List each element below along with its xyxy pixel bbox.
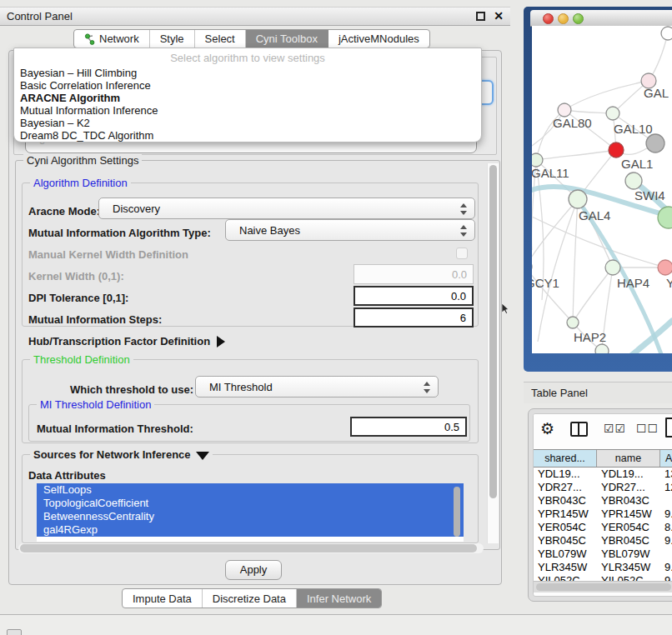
table-row[interactable]: YBL079WYBL079W	[534, 548, 672, 561]
gear-icon[interactable]: ⚙	[540, 419, 554, 438]
table-header-row: shared... name A	[534, 449, 672, 468]
scrollbar-thumb[interactable]	[536, 583, 671, 591]
algorithm-option[interactable]: Bayesian – K2	[14, 117, 481, 129]
node-label: GAL80	[553, 116, 592, 130]
mi-steps-field[interactable]: 6	[354, 308, 474, 328]
network-canvas[interactable]: GAL GAL80 GAL10 GAL1 GAL11 SWI4 GAL4 GCY…	[532, 26, 672, 353]
dpi-tolerance-field[interactable]: 0.0	[354, 286, 474, 306]
mi-threshold-field[interactable]: 0.5	[350, 417, 467, 437]
deselect-checkboxes-icon[interactable]: ☐☐	[636, 422, 659, 435]
manual-kernel-checkbox[interactable]	[456, 248, 468, 259]
mi-steps-label: Mutual Information Steps:	[28, 313, 162, 326]
node-gal10[interactable]	[606, 107, 619, 120]
table-panel-titlebar: Table Panel	[524, 382, 672, 403]
node-label: GAL4	[579, 208, 610, 222]
column-header-name[interactable]: name	[597, 450, 660, 467]
table-row[interactable]: YDR27...YDR27...12	[534, 481, 672, 494]
algorithm-definition-title: Algorithm Definition	[30, 177, 131, 189]
tab-jactivemnodules[interactable]: jActiveMNodules	[328, 30, 429, 48]
scrollbar-thumb[interactable]	[20, 544, 477, 552]
aracne-mode-label: Aracne Mode:	[28, 205, 100, 218]
sources-toggle[interactable]: Sources for Network Inference	[30, 448, 213, 461]
mi-type-label: Mutual Information Algorithm Type:	[28, 227, 211, 239]
table-row[interactable]: YBR043CYBR043C	[534, 494, 672, 508]
threshold-definition-title: Threshold Definition	[30, 353, 133, 366]
algorithm-option[interactable]: Dream8 DC_TDC Algorithm	[14, 129, 481, 142]
node[interactable]	[658, 207, 672, 228]
list-item[interactable]: SelfLoops	[37, 483, 464, 497]
mi-threshold-title: MI Threshold Definition	[37, 398, 154, 411]
node-gal4[interactable]	[569, 190, 587, 208]
algorithm-option-selected[interactable]: ARACNE Algorithm	[14, 92, 481, 104]
list-scrollbar-thumb[interactable]	[454, 487, 460, 537]
tab-impute-data[interactable]: Impute Data	[123, 589, 203, 608]
node[interactable]	[595, 344, 609, 353]
tab-select[interactable]: Select	[195, 30, 246, 48]
apply-button[interactable]: Apply	[225, 560, 282, 580]
control-panel-titlebar: Control Panel ✕	[0, 7, 510, 26]
tab-style[interactable]: Style	[150, 30, 195, 48]
mi-threshold-label: Mutual Information Threshold:	[37, 422, 193, 435]
table-panel-card: ⚙ ☑☑ ☐☐ shared... name A YDL19...YDL19..…	[533, 413, 672, 597]
algorithm-placeholder: Select algorithm to view settings	[14, 48, 481, 67]
list-item[interactable]: BetweennessCentrality	[37, 510, 464, 523]
table-row[interactable]: YER054CYER054C8.	[534, 521, 672, 534]
tab-discretize-data[interactable]: Discretize Data	[203, 589, 297, 608]
table-row[interactable]: YIL052CYIL052C9.	[534, 574, 672, 581]
hub-definition-toggle[interactable]: Hub/Transcription Factor Definition	[28, 335, 225, 348]
control-panel-title: Control Panel	[7, 10, 73, 22]
node-label: GCY1	[532, 276, 559, 290]
table-row[interactable]: YBR045CYBR045C9.	[534, 534, 672, 548]
aracne-mode-combo[interactable]: Discovery	[98, 198, 475, 219]
close-icon[interactable]: ✕	[494, 12, 504, 21]
table-row[interactable]: YLR345WYLR345W9.	[534, 561, 672, 574]
node-gal11[interactable]	[532, 153, 543, 167]
algorithm-option[interactable]: Basic Correlation Inference	[14, 79, 481, 92]
network-graph: GAL GAL80 GAL10 GAL1 GAL11 SWI4 GAL4 GCY…	[532, 26, 672, 353]
kernel-width-field[interactable]: 0.0	[354, 264, 474, 284]
minimize-traffic-light-icon[interactable]	[558, 13, 569, 24]
node-gal1[interactable]	[609, 142, 624, 158]
column-header-shared-name[interactable]: shared...	[534, 450, 597, 467]
zoom-traffic-light-icon[interactable]	[573, 13, 584, 24]
algorithm-option[interactable]: Bayesian – Hill Climbing	[14, 67, 481, 79]
tab-cyni-toolbox[interactable]: Cyni Toolbox	[246, 30, 328, 48]
list-item[interactable]: gal4RGexp	[37, 523, 464, 537]
cyni-settings-title: Cyni Algorithm Settings	[23, 154, 142, 167]
document-icon[interactable]	[665, 418, 672, 438]
mi-type-combo[interactable]: Naive Bayes	[225, 219, 475, 241]
which-threshold-combo[interactable]: MI Threshold	[195, 376, 439, 398]
settings-horizontal-scrollbar[interactable]	[18, 543, 484, 553]
chevron-updown-icon	[424, 381, 431, 394]
node-hap4[interactable]	[605, 260, 620, 275]
tab-infer-network[interactable]: Infer Network	[297, 589, 381, 608]
data-attributes-list: SelfLoops TopologicalCoefficient Between…	[37, 483, 464, 542]
node-label: SWI4	[634, 188, 665, 202]
float-panel-icon[interactable]	[476, 12, 485, 21]
table-row[interactable]: YDL19...YDL19...13	[534, 468, 672, 481]
node[interactable]	[646, 134, 664, 152]
mouse-cursor	[502, 303, 509, 314]
select-all-checkboxes-icon[interactable]: ☑☑	[604, 422, 626, 435]
columns-icon[interactable]	[570, 422, 588, 437]
close-traffic-light-icon[interactable]	[543, 13, 554, 24]
settings-vertical-scrollbar[interactable]	[487, 163, 499, 543]
column-header-clipped[interactable]: A	[660, 450, 672, 467]
scrollbar-thumb[interactable]	[489, 165, 497, 498]
node-swi4[interactable]	[625, 172, 642, 189]
list-item[interactable]: TopologicalCoefficient	[37, 497, 464, 510]
clipped-bottom-button[interactable]	[7, 629, 22, 635]
table-row[interactable]: YPR145WYPR145W9.	[534, 508, 672, 521]
tab-network[interactable]: Network	[74, 30, 150, 48]
dpi-tolerance-label: DPI Tolerance [0,1]:	[28, 292, 128, 304]
algorithm-option[interactable]: Mutual Information Inference	[14, 104, 481, 117]
node-hap2[interactable]	[567, 317, 579, 328]
node[interactable]	[658, 260, 672, 275]
table-horizontal-scrollbar[interactable]	[534, 581, 672, 592]
bottom-tabbar: Impute Data Discretize Data Infer Networ…	[122, 588, 382, 608]
chevron-updown-icon	[460, 202, 468, 216]
node[interactable]	[661, 27, 672, 40]
node-gal80[interactable]	[558, 103, 571, 117]
node-label: GAL	[644, 86, 669, 100]
network-window-titlebar[interactable]	[530, 10, 672, 27]
